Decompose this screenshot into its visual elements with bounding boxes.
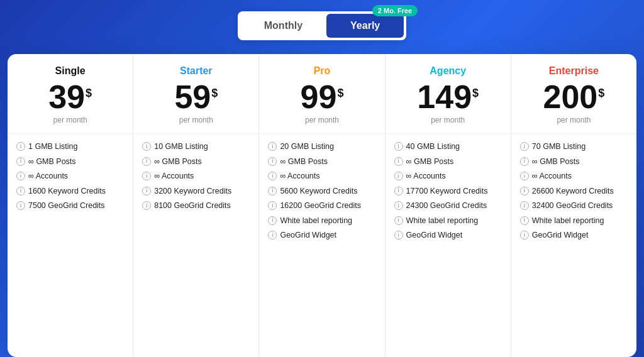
plan-period-enterprise: per month — [521, 116, 626, 124]
feature-item: i70 GMB Listing — [520, 141, 628, 153]
feature-text: 20 GMB Listing — [280, 141, 333, 153]
info-icon: i — [268, 231, 277, 239]
plan-col-agency: Agency149$per monthi40 GMB Listingi∞ GMB… — [386, 54, 511, 357]
feature-item: i20 GMB Listing — [268, 141, 375, 153]
plan-period-agency: per month — [396, 116, 501, 124]
feature-text: 26600 Keyword Credits — [532, 186, 614, 197]
plan-header-agency: Agency149$per month — [386, 54, 511, 134]
info-icon: i — [394, 187, 403, 195]
yearly-toggle-button[interactable]: Yearly — [326, 14, 404, 38]
plan-header-enterprise: Enterprise200$per month — [511, 54, 636, 134]
info-icon: i — [142, 201, 151, 210]
feature-text: 24300 GeoGrid Credits — [406, 200, 487, 212]
feature-item: i∞ GMB Posts — [394, 157, 502, 168]
feature-text: ∞ Accounts — [280, 171, 319, 182]
info-icon: i — [16, 157, 25, 166]
plan-currency-pro: $ — [337, 87, 343, 100]
feature-text: 32400 GeoGrid Credits — [532, 200, 613, 212]
feature-item: i∞ Accounts — [394, 171, 502, 182]
feature-item: i∞ GMB Posts — [520, 157, 628, 168]
plan-price-agency: 149 — [417, 80, 472, 113]
info-icon: i — [394, 172, 403, 180]
info-icon: i — [394, 142, 403, 151]
feature-text: 7500 GeoGrid Credits — [28, 200, 105, 212]
plan-price-row-single: 39$ — [18, 80, 123, 113]
info-icon: i — [520, 187, 529, 195]
feature-item: i∞ Accounts — [520, 171, 628, 182]
feature-text: 40 GMB Listing — [406, 141, 460, 153]
info-icon: i — [16, 142, 25, 151]
info-icon: i — [268, 172, 277, 180]
plan-currency-enterprise: $ — [598, 87, 604, 100]
info-icon: i — [394, 157, 403, 166]
feature-item: i16200 GeoGrid Credits — [268, 200, 375, 212]
feature-text: 8100 GeoGrid Credits — [154, 200, 231, 212]
feature-item: iGeoGrid Widget — [520, 230, 628, 241]
feature-text: ∞ GMB Posts — [154, 157, 202, 168]
info-icon: i — [520, 142, 529, 151]
feature-item: i24300 GeoGrid Credits — [394, 200, 502, 212]
plan-header-starter: Starter59$per month — [133, 54, 258, 134]
plan-features-pro: i20 GMB Listingi∞ GMB Postsi∞ Accountsi5… — [259, 134, 384, 249]
free-months-badge: 2 Mo. Free — [372, 5, 418, 16]
feature-item: i∞ Accounts — [16, 171, 124, 182]
info-icon: i — [268, 157, 277, 166]
plan-price-row-starter: 59$ — [143, 80, 248, 113]
monthly-toggle-button[interactable]: Monthly — [240, 14, 326, 38]
feature-item: i32400 GeoGrid Credits — [520, 200, 628, 212]
feature-text: ∞ Accounts — [532, 171, 572, 182]
feature-text: GeoGrid Widget — [280, 230, 336, 241]
plan-price-starter: 59 — [174, 80, 211, 113]
plan-name-pro: Pro — [269, 65, 374, 77]
plan-price-pro: 99 — [301, 80, 337, 113]
feature-text: ∞ Accounts — [406, 171, 446, 182]
feature-item: i8100 GeoGrid Credits — [142, 200, 250, 212]
plan-features-single: i1 GMB Listingi∞ GMB Postsi∞ Accountsi16… — [8, 134, 133, 219]
info-icon: i — [142, 172, 151, 180]
plan-col-enterprise: Enterprise200$per monthi70 GMB Listingi∞… — [511, 54, 636, 357]
plan-name-single: Single — [18, 65, 123, 77]
feature-text: White label reporting — [532, 216, 604, 227]
feature-text: ∞ GMB Posts — [280, 157, 328, 168]
feature-text: ∞ GMB Posts — [406, 157, 454, 168]
plan-period-starter: per month — [143, 116, 248, 124]
info-icon: i — [268, 216, 277, 225]
feature-item: i∞ GMB Posts — [268, 157, 375, 168]
plan-features-starter: i10 GMB Listingi∞ GMB Postsi∞ Accountsi3… — [133, 134, 258, 219]
feature-text: 70 GMB Listing — [532, 141, 586, 153]
feature-text: 16200 GeoGrid Credits — [280, 200, 361, 212]
plan-currency-agency: $ — [472, 87, 479, 100]
plan-currency-starter: $ — [211, 87, 218, 100]
info-icon: i — [268, 187, 277, 195]
feature-item: i∞ Accounts — [268, 171, 375, 182]
feature-item: i7500 GeoGrid Credits — [16, 200, 124, 212]
billing-toggle: Monthly Yearly 2 Mo. Free — [238, 11, 406, 40]
plan-col-pro: Pro99$per monthi20 GMB Listingi∞ GMB Pos… — [259, 54, 385, 357]
info-icon: i — [520, 172, 529, 180]
plan-price-row-pro: 99$ — [269, 80, 374, 113]
plan-col-starter: Starter59$per monthi10 GMB Listingi∞ GMB… — [133, 54, 259, 357]
feature-item: i5600 Keyword Credits — [268, 186, 375, 197]
feature-item: iGeoGrid Widget — [394, 230, 502, 241]
plan-name-enterprise: Enterprise — [521, 65, 626, 77]
feature-item: iWhite label reporting — [520, 216, 628, 227]
feature-item: i26600 Keyword Credits — [520, 186, 628, 197]
feature-item: i∞ GMB Posts — [142, 157, 250, 168]
info-icon: i — [520, 231, 529, 239]
pricing-plans-container: Single39$per monthi1 GMB Listingi∞ GMB P… — [8, 54, 636, 357]
feature-text: 17700 Keyword Credits — [406, 186, 488, 197]
info-icon: i — [16, 172, 25, 180]
plan-period-single: per month — [18, 116, 123, 124]
info-icon: i — [520, 201, 529, 210]
plan-header-pro: Pro99$per month — [259, 54, 384, 134]
info-icon: i — [394, 231, 403, 239]
billing-toggle-section: Monthly Yearly 2 Mo. Free — [0, 0, 644, 54]
feature-text: White label reporting — [406, 216, 479, 227]
info-icon: i — [520, 157, 529, 166]
feature-item: i1600 Keyword Credits — [16, 186, 124, 197]
info-icon: i — [268, 201, 277, 210]
info-icon: i — [142, 157, 151, 166]
info-icon: i — [394, 201, 403, 210]
feature-item: i∞ GMB Posts — [16, 157, 124, 168]
feature-item: i∞ Accounts — [142, 171, 250, 182]
